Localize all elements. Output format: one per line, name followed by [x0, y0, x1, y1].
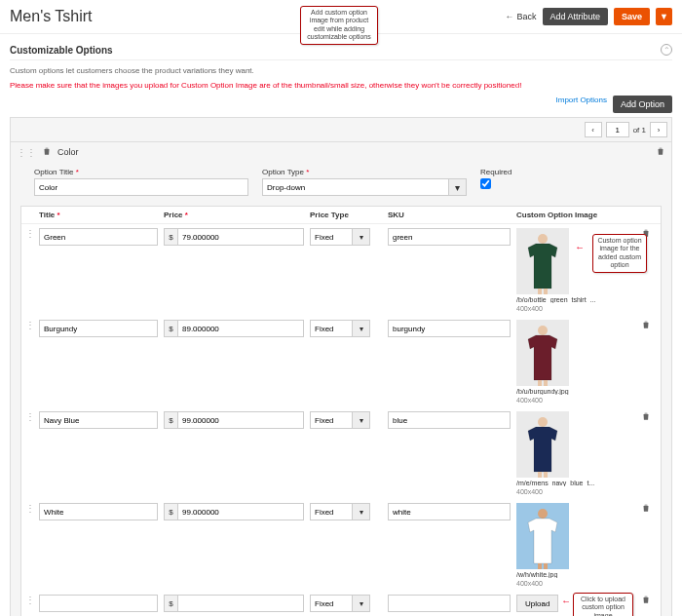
price-input[interactable] — [177, 320, 304, 337]
col-title: Title — [39, 211, 164, 219]
currency-icon: $ — [164, 320, 177, 337]
price-input[interactable] — [177, 595, 304, 612]
delete-option-icon[interactable] — [42, 146, 52, 158]
col-price: Price — [164, 211, 310, 219]
add-option-button[interactable]: Add Option — [613, 96, 672, 113]
delete-row-icon[interactable] — [641, 414, 651, 423]
option-name: Color — [57, 147, 79, 157]
price-type-select[interactable] — [310, 228, 353, 246]
svg-rect-14 — [538, 563, 542, 569]
title-input[interactable] — [39, 595, 158, 612]
price-type-select[interactable] — [310, 503, 353, 520]
chevron-down-icon[interactable]: ▾ — [353, 595, 370, 612]
table-row: ⋮⋮ $ ▾ /w/h/white.jpg 400x400 — [21, 499, 661, 591]
chevron-down-icon[interactable]: ▾ — [353, 228, 370, 246]
price-type-select[interactable] — [310, 595, 353, 612]
delete-option-icon-right[interactable] — [656, 146, 665, 158]
col-ptype: Price Type — [310, 211, 388, 219]
page-title: Men's Tshirt — [10, 8, 505, 25]
currency-icon: $ — [164, 503, 177, 520]
collapse-icon[interactable]: ⌃ — [661, 44, 672, 56]
title-input[interactable] — [39, 228, 158, 246]
annotation-upload: Click to upload custom option image — [573, 593, 633, 616]
price-input[interactable] — [177, 411, 304, 429]
col-sku: SKU — [388, 211, 516, 219]
table-row: ⋮⋮ $ ▾ /b/u/burgundy.jpg 400x400 — [21, 316, 661, 407]
arrow-icon: ← — [575, 242, 585, 252]
delete-row-icon[interactable] — [641, 323, 651, 331]
required-label: Required — [480, 168, 512, 176]
sku-input[interactable] — [388, 595, 511, 612]
image-filename: /b/o/bottle_green_tshirt_... — [516, 296, 633, 303]
price-type-select[interactable] — [310, 320, 353, 337]
image-filename: /w/h/white.jpg — [516, 571, 633, 578]
section-description: Custom options let customers choose the … — [10, 66, 672, 75]
sku-input[interactable] — [388, 228, 511, 246]
price-input[interactable] — [177, 503, 304, 520]
svg-rect-2 — [538, 289, 542, 294]
section-warning: Please make sure that the images you upl… — [10, 81, 672, 90]
drag-handle-icon[interactable]: ⋮⋮ — [17, 147, 36, 158]
sku-input[interactable] — [388, 411, 511, 429]
price-input[interactable] — [177, 228, 304, 246]
image-filename: /b/u/burgundy.jpg — [516, 388, 633, 395]
required-checkbox[interactable] — [480, 178, 491, 189]
image-dimensions: 400x400 — [516, 305, 641, 312]
table-row: ⋮⋮ $ ▾ /b/o/bottle_green_tshirt_... 400x… — [21, 224, 661, 316]
option-image-thumb[interactable] — [516, 411, 569, 478]
add-attribute-button[interactable]: Add Attribute — [543, 8, 609, 25]
save-button[interactable]: Save — [614, 8, 650, 25]
upload-button[interactable]: Upload — [516, 595, 558, 612]
arrow-icon: ← — [561, 596, 571, 606]
option-type-label: Option Type — [262, 168, 467, 176]
save-dropdown-toggle[interactable]: ▼ — [656, 8, 672, 25]
option-title-input[interactable] — [34, 178, 248, 196]
currency-icon: $ — [164, 411, 177, 429]
chevron-down-icon[interactable]: ▾ — [449, 178, 467, 196]
image-filename: /m/e/mens_navy_blue_t... — [516, 480, 633, 486]
table-row-empty: ⋮⋮ $ ▾ Upload ← Click to upload custom o… — [21, 591, 661, 616]
option-image-thumb[interactable] — [516, 228, 569, 294]
table-row: ⋮⋮ $ ▾ /m/e/mens_navy_blue_t... 400x400 — [21, 407, 661, 499]
section-title: Customizable Options — [10, 45, 113, 56]
pager-prev[interactable]: ‹ — [585, 122, 602, 137]
svg-rect-3 — [544, 289, 548, 294]
svg-point-9 — [538, 417, 548, 427]
chevron-down-icon[interactable]: ▾ — [353, 411, 370, 429]
svg-point-13 — [538, 509, 548, 519]
image-dimensions: 400x400 — [516, 397, 641, 404]
currency-icon: $ — [164, 228, 177, 246]
image-dimensions: 400x400 — [516, 580, 641, 587]
svg-rect-15 — [544, 563, 548, 569]
import-options-link[interactable]: Import Options — [556, 96, 607, 113]
option-type-select[interactable] — [262, 178, 449, 196]
title-input[interactable] — [39, 503, 158, 520]
annotation-image: Custom option image for the added custom… — [592, 234, 647, 273]
image-dimensions: 400x400 — [516, 488, 641, 495]
svg-rect-7 — [544, 380, 548, 386]
pager-next[interactable]: › — [650, 122, 667, 137]
annotation-top: Add custom option image from product edi… — [300, 6, 378, 45]
title-input[interactable] — [39, 411, 158, 429]
title-input[interactable] — [39, 320, 158, 337]
back-button[interactable]: ← Back — [505, 12, 536, 21]
option-title-label: Option Title — [34, 168, 248, 176]
pager-input[interactable] — [606, 122, 629, 137]
svg-rect-10 — [538, 472, 542, 478]
sku-input[interactable] — [388, 320, 511, 337]
delete-row-icon[interactable] — [641, 597, 651, 606]
chevron-down-icon[interactable]: ▾ — [353, 503, 370, 520]
svg-point-5 — [538, 326, 548, 335]
price-type-select[interactable] — [310, 411, 353, 429]
option-image-thumb[interactable] — [516, 320, 569, 386]
chevron-down-icon[interactable]: ▾ — [353, 320, 370, 337]
option-image-thumb[interactable] — [516, 503, 569, 569]
sku-input[interactable] — [388, 503, 511, 520]
svg-point-1 — [538, 234, 548, 244]
delete-row-icon[interactable] — [641, 506, 651, 515]
col-img: Custom Option Image — [516, 211, 641, 219]
svg-rect-11 — [544, 472, 548, 478]
svg-rect-6 — [538, 380, 542, 386]
pager-of: of 1 — [633, 126, 646, 135]
currency-icon: $ — [164, 595, 177, 612]
